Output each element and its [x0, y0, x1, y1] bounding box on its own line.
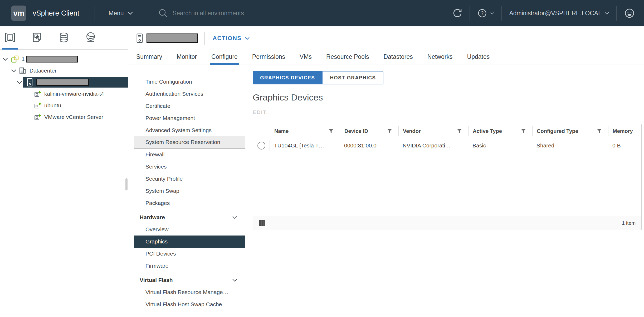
nav-item-power-management[interactable]: Power Management [134, 112, 245, 124]
table-footer: 1 item [253, 216, 641, 230]
feedback-smiley-icon[interactable] [624, 8, 635, 19]
nav-item-authentication-services[interactable]: Authentication Services [134, 88, 245, 100]
column-header-name[interactable]: Name [270, 126, 340, 136]
user-account-label: Administrator@VSPHERE.LOCAL [509, 10, 602, 17]
nav-item-packages[interactable]: Packages [134, 197, 245, 209]
tab-hosts-and-clusters[interactable] [3, 26, 17, 50]
column-header-label: Device ID [344, 128, 368, 134]
column-header-active-type[interactable]: Active Type [468, 126, 532, 136]
configure-nav: Time Configuration Authentication Servic… [129, 66, 245, 317]
filter-icon[interactable] [457, 129, 462, 133]
tab-resource-pools[interactable]: Resource Pools [326, 50, 369, 65]
nav-item-certificate[interactable]: Certificate [134, 100, 245, 112]
tab-datastores[interactable]: Datastores [383, 50, 413, 65]
nav-item-time-configuration[interactable]: Time Configuration [134, 76, 245, 88]
content-region: ACTIONS Summary Monitor Configure Permis… [129, 26, 644, 317]
filter-icon[interactable] [521, 129, 526, 133]
column-header-label: Name [274, 128, 289, 134]
inventory-tree: 1 Datacenter [0, 50, 128, 317]
filter-icon[interactable] [597, 129, 602, 133]
page-title: Graphics Devices [253, 92, 644, 103]
tab-summary[interactable]: Summary [136, 50, 162, 65]
tree-item-vm[interactable]: VMware vCenter Server [0, 111, 128, 123]
chevron-down-icon [245, 37, 250, 40]
datacenter-icon [19, 67, 26, 74]
cell-configured-type: Shared [532, 142, 608, 149]
vms-and-templates-icon [31, 32, 43, 44]
cell-memory: 0 B [608, 142, 641, 149]
nav-item-advanced-system-settings[interactable]: Advanced System Settings [134, 124, 245, 136]
tab-networks[interactable]: Networks [427, 50, 453, 65]
vmware-logo[interactable]: vm [11, 6, 26, 21]
nav-item-services[interactable]: Services [134, 161, 245, 173]
nav-item-graphics[interactable]: Graphics [134, 236, 245, 248]
nav-item-overview[interactable]: Overview [134, 223, 245, 236]
object-tabs: Summary Monitor Configure Permissions VM… [129, 50, 644, 65]
tab-vms[interactable]: VMs [300, 50, 312, 65]
tab-vms-and-templates[interactable] [30, 26, 44, 50]
product-title: vSphere Client [33, 9, 79, 17]
column-header-vendor[interactable]: Vendor [398, 126, 468, 136]
host-graphics-toggle[interactable]: HOST GRAPHICS [322, 71, 383, 84]
filter-icon[interactable] [329, 129, 334, 133]
nav-item-security-profile[interactable]: Security Profile [134, 173, 245, 185]
tree-item-host-selected[interactable] [0, 76, 128, 88]
table-row[interactable]: TU104GL [Tesla T… 0000:81:00.0 NVIDIA Co… [253, 138, 641, 153]
tree-item-datacenter[interactable]: Datacenter [0, 65, 128, 76]
nav-item-pci-devices[interactable]: PCI Devices [134, 248, 245, 260]
chevron-down-icon[interactable] [3, 58, 8, 61]
column-header-label: Active Type [473, 128, 502, 134]
chevron-down-icon[interactable] [11, 69, 16, 72]
header-divider [95, 6, 95, 21]
tab-networking[interactable] [83, 26, 98, 50]
help-menu[interactable]: ? [477, 8, 494, 18]
search-input[interactable] [173, 10, 286, 17]
nav-section-hardware[interactable]: Hardware [134, 211, 245, 223]
host-icon [27, 78, 33, 87]
chevron-down-icon [490, 11, 494, 16]
tree-item-vm[interactable]: ubuntu [0, 100, 128, 111]
nav-item-virtual-flash-host-swap-cache[interactable]: Virtual Flash Host Swap Cache [134, 298, 245, 310]
tab-permissions[interactable]: Permissions [252, 50, 285, 65]
vm-powered-on-icon [34, 114, 42, 121]
tab-configure[interactable]: Configure [211, 50, 238, 65]
filter-icon[interactable] [387, 129, 392, 133]
actions-button[interactable]: ACTIONS [213, 35, 250, 42]
vcenter-icon [11, 55, 19, 63]
nav-item-virtual-flash-resource-management[interactable]: Virtual Flash Resource Manage… [134, 286, 245, 298]
tree-item-label: Datacenter [30, 68, 57, 74]
nav-item-system-resource-reservation[interactable]: System Resource Reservation [134, 136, 245, 148]
tree-item-vm[interactable]: kalinin-vmware-nvidia-t4 [0, 88, 128, 100]
cell-vendor: NVIDIA Corporati… [398, 142, 468, 149]
nav-item-firmware[interactable]: Firmware [134, 260, 245, 272]
chevron-down-icon [232, 279, 237, 282]
tree-item-vcenter[interactable]: 1 [0, 53, 128, 65]
nav-item-firewall[interactable]: Firewall [134, 148, 245, 161]
menu-button[interactable]: Menu [109, 10, 133, 17]
user-menu[interactable]: Administrator@VSPHERE.LOCAL [509, 10, 609, 17]
nav-item-system-swap[interactable]: System Swap [134, 185, 245, 197]
graphics-panel: GRAPHICS DEVICES HOST GRAPHICS Graphics … [246, 66, 644, 317]
nav-section-label: Virtual Flash [140, 274, 173, 286]
refresh-icon[interactable] [452, 8, 463, 18]
column-header-configured-type[interactable]: Configured Type [532, 126, 608, 136]
tab-monitor[interactable]: Monitor [177, 50, 197, 65]
nav-section-virtual-flash[interactable]: Virtual Flash [134, 274, 245, 286]
row-radio-button[interactable] [257, 142, 265, 150]
column-header-device-id[interactable]: Device ID [340, 126, 398, 136]
tree-scrollbar-thumb[interactable] [125, 178, 128, 190]
actions-label: ACTIONS [213, 35, 242, 42]
global-header: vm vSphere Client Menu ? [0, 0, 644, 26]
header-divider [616, 6, 617, 21]
column-header-memory[interactable]: Memory [608, 126, 641, 136]
chevron-down-icon[interactable] [17, 81, 22, 84]
object-header-divider [204, 32, 205, 45]
column-chooser-icon[interactable] [259, 220, 265, 227]
column-header-label: Configured Type [537, 128, 578, 134]
tab-storage[interactable] [56, 26, 71, 50]
edit-button[interactable]: EDIT... [253, 109, 272, 115]
graphics-devices-toggle[interactable]: GRAPHICS DEVICES [253, 71, 322, 84]
cell-name: TU104GL [Tesla T… [270, 142, 340, 149]
chevron-down-icon [128, 12, 133, 15]
tab-updates[interactable]: Updates [467, 50, 490, 65]
